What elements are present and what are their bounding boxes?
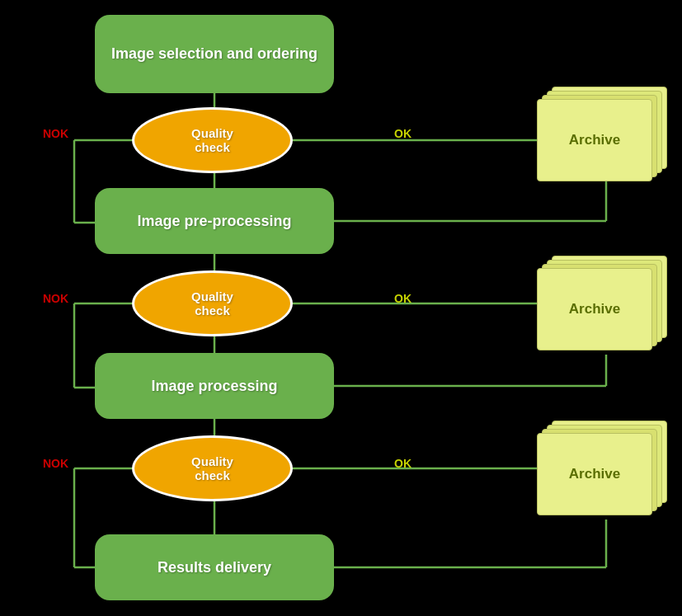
archive-2: Archive bbox=[540, 256, 672, 350]
archive-3: Archive bbox=[540, 421, 672, 515]
process-box-1: Image selection and ordering bbox=[95, 15, 334, 93]
workflow-diagram: Image selection and ordering Qualitychec… bbox=[0, 0, 682, 616]
archive-1: Archive bbox=[540, 87, 672, 181]
archive-1-label: Archive bbox=[569, 132, 620, 148]
ok-label-3: OK bbox=[394, 457, 412, 470]
quality-check-3: Qualitycheck bbox=[132, 435, 293, 501]
nok-label-1: NOK bbox=[43, 127, 68, 140]
ok-label-2: OK bbox=[394, 292, 412, 305]
nok-label-2: NOK bbox=[43, 292, 68, 305]
process-box-4: Results delivery bbox=[95, 534, 334, 600]
process-box-2: Image pre-processing bbox=[95, 188, 334, 254]
quality-check-1: Qualitycheck bbox=[132, 107, 293, 173]
ok-label-1: OK bbox=[394, 127, 412, 140]
archive-3-label: Archive bbox=[569, 466, 620, 482]
quality-check-2: Qualitycheck bbox=[132, 270, 293, 336]
nok-label-3: NOK bbox=[43, 457, 68, 470]
archive-2-label: Archive bbox=[569, 301, 620, 317]
process-box-3: Image processing bbox=[95, 353, 334, 419]
